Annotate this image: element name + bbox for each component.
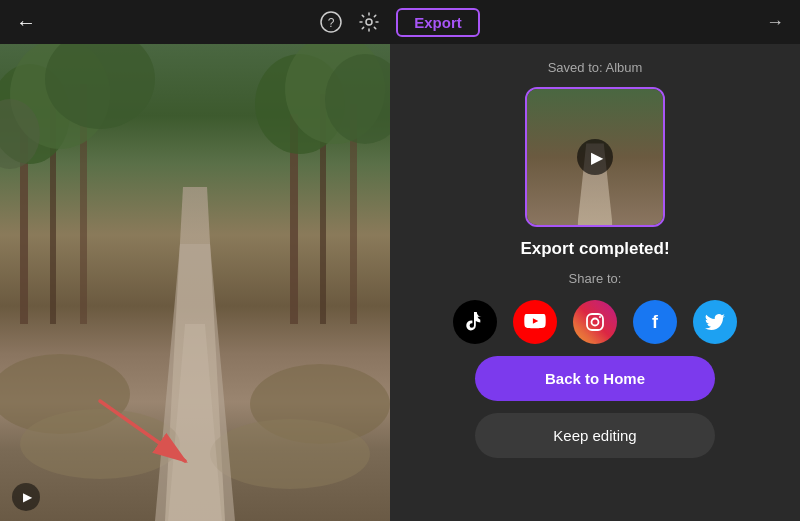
main-content: ▶ Saved to: Album ▶ Export completed! Sh… xyxy=(0,44,800,521)
header: ← ? Export → xyxy=(0,0,800,44)
export-button[interactable]: Export xyxy=(396,8,480,37)
instagram-button[interactable] xyxy=(573,300,617,344)
facebook-button[interactable]: f xyxy=(633,300,677,344)
twitter-button[interactable] xyxy=(693,300,737,344)
header-center: ? Export xyxy=(320,8,480,37)
forward-arrow-icon: → xyxy=(766,12,784,33)
svg-point-2 xyxy=(366,19,372,25)
saved-label: Saved to: Album xyxy=(548,60,643,75)
tiktok-button[interactable] xyxy=(453,300,497,344)
keep-editing-button[interactable]: Keep editing xyxy=(475,413,715,458)
svg-point-26 xyxy=(599,316,601,318)
youtube-button[interactable] xyxy=(513,300,557,344)
facebook-icon: f xyxy=(652,312,658,333)
svg-point-25 xyxy=(592,319,599,326)
back-button[interactable]: ← xyxy=(16,11,36,34)
thumb-play-button[interactable]: ▶ xyxy=(577,139,613,175)
thumb-play-icon: ▶ xyxy=(591,148,603,167)
play-icon: ▶ xyxy=(23,490,32,504)
export-completed-label: Export completed! xyxy=(520,239,669,259)
settings-button[interactable] xyxy=(358,11,380,33)
back-to-home-button[interactable]: Back to Home xyxy=(475,356,715,401)
export-panel: Saved to: Album ▶ Export completed! Shar… xyxy=(390,44,800,521)
help-button[interactable]: ? xyxy=(320,11,342,33)
header-right: → xyxy=(766,12,784,33)
video-thumbnail[interactable]: ▶ xyxy=(525,87,665,227)
share-label: Share to: xyxy=(569,271,622,286)
header-left: ← xyxy=(16,11,36,34)
share-icons-container: f xyxy=(453,300,737,344)
svg-text:?: ? xyxy=(328,16,335,30)
video-preview-panel: ▶ xyxy=(0,44,390,521)
play-button[interactable]: ▶ xyxy=(12,483,40,511)
